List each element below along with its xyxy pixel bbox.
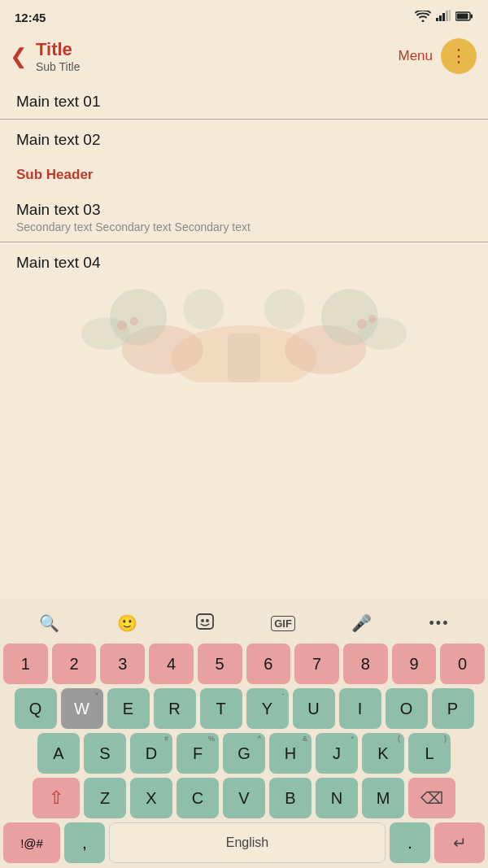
key-T[interactable]: T bbox=[200, 688, 242, 729]
shift-key[interactable]: ⇧ bbox=[33, 778, 80, 818]
kb-sticker-button[interactable] bbox=[185, 608, 224, 638]
key-R[interactable]: R bbox=[154, 688, 196, 729]
key-A[interactable]: A bbox=[37, 733, 80, 774]
keyboard-row-3: ⇧ Z X C V B N M ⌫ bbox=[3, 778, 485, 818]
key-H[interactable]: &H bbox=[269, 733, 312, 774]
app-bar: ❮ Title Sub Title Menu ⋮ bbox=[0, 31, 488, 81]
keyboard: 🔍 🙂 GIF 🎤 ••• bbox=[0, 600, 488, 868]
key-N[interactable]: N bbox=[316, 778, 358, 818]
comma-label: , bbox=[82, 835, 87, 851]
svg-point-13 bbox=[183, 289, 224, 329]
key-4[interactable]: 4 bbox=[149, 643, 194, 684]
search-icon: 🔍 bbox=[39, 613, 59, 633]
svg-point-10 bbox=[285, 325, 366, 374]
key-X[interactable]: X bbox=[130, 778, 172, 818]
backspace-icon: ⌫ bbox=[420, 788, 443, 808]
key-U[interactable]: U bbox=[293, 688, 335, 729]
key-G[interactable]: ^G bbox=[223, 733, 265, 774]
app-subtitle: Sub Title bbox=[36, 60, 398, 73]
enter-key[interactable]: ↵ bbox=[434, 822, 485, 863]
key-W[interactable]: ×W bbox=[61, 688, 103, 729]
kb-more-button[interactable]: ••• bbox=[420, 608, 459, 638]
list-item-4[interactable]: Main text 04 bbox=[0, 242, 488, 280]
back-button[interactable]: ❮ bbox=[7, 41, 36, 72]
svg-rect-3 bbox=[446, 11, 448, 21]
key-Y[interactable]: ‐Y bbox=[246, 688, 289, 729]
kb-voice-button[interactable]: 🎤 bbox=[342, 608, 381, 638]
svg-rect-22 bbox=[197, 614, 213, 629]
sticker-icon bbox=[195, 613, 215, 635]
list-item-1-main: Main text 01 bbox=[16, 93, 472, 111]
key-B[interactable]: B bbox=[269, 778, 312, 818]
sub-header-text: Sub Header bbox=[16, 167, 93, 182]
svg-point-11 bbox=[110, 289, 167, 346]
kb-emoji-button[interactable]: 🙂 bbox=[107, 608, 146, 638]
key-V[interactable]: V bbox=[223, 778, 265, 818]
status-time: 12:45 bbox=[15, 11, 46, 24]
svg-rect-4 bbox=[449, 10, 451, 21]
list-item-2[interactable]: Main text 02 bbox=[0, 120, 488, 157]
keyboard-toolbar: 🔍 🙂 GIF 🎤 ••• bbox=[0, 606, 488, 643]
key-P[interactable]: P bbox=[432, 688, 474, 729]
list-item-3-secondary: Secondary text Secondary text Secondary … bbox=[16, 220, 472, 233]
kb-search-button[interactable]: 🔍 bbox=[29, 608, 68, 638]
svg-point-20 bbox=[357, 319, 367, 329]
key-5[interactable]: 5 bbox=[198, 643, 242, 684]
list-item-1[interactable]: Main text 01 bbox=[0, 81, 488, 120]
key-Z[interactable]: Z bbox=[84, 778, 126, 818]
key-F[interactable]: %F bbox=[176, 733, 219, 774]
svg-point-23 bbox=[201, 619, 204, 622]
key-L[interactable]: )L bbox=[408, 733, 451, 774]
comma-key[interactable]: , bbox=[64, 822, 105, 863]
app-title: Title bbox=[36, 39, 398, 60]
key-8[interactable]: 8 bbox=[343, 643, 388, 684]
key-0[interactable]: 0 bbox=[440, 643, 485, 684]
shift-icon: ⇧ bbox=[49, 787, 63, 809]
svg-rect-1 bbox=[439, 15, 442, 21]
wifi-icon bbox=[415, 11, 431, 24]
more-icon: ••• bbox=[429, 615, 450, 632]
key-2[interactable]: 2 bbox=[52, 643, 97, 684]
more-options-button[interactable]: ⋮ bbox=[441, 38, 477, 74]
kb-gif-button[interactable]: GIF bbox=[264, 608, 303, 638]
period-key[interactable]: . bbox=[390, 822, 430, 863]
svg-rect-0 bbox=[436, 18, 438, 21]
key-M[interactable]: M bbox=[362, 778, 404, 818]
key-3[interactable]: 3 bbox=[100, 643, 145, 684]
key-Q[interactable]: Q bbox=[15, 688, 57, 729]
svg-point-21 bbox=[368, 315, 377, 323]
svg-point-24 bbox=[206, 619, 209, 622]
key-D[interactable]: #D bbox=[130, 733, 172, 774]
enter-icon: ↵ bbox=[453, 833, 467, 853]
key-6[interactable]: 6 bbox=[246, 643, 291, 684]
content-area: Main text 01 Main text 02 Sub Header Mai… bbox=[0, 81, 488, 382]
key-J[interactable]: *J bbox=[316, 733, 358, 774]
svg-rect-7 bbox=[457, 14, 468, 20]
keyboard-number-row: 1 2 3 4 5 6 7 8 9 0 bbox=[3, 643, 485, 684]
svg-point-17 bbox=[358, 317, 407, 350]
menu-label[interactable]: Menu bbox=[398, 48, 433, 64]
backspace-key[interactable]: ⌫ bbox=[408, 778, 455, 818]
svg-point-16 bbox=[81, 317, 130, 350]
period-label: . bbox=[407, 835, 412, 851]
key-I[interactable]: I bbox=[339, 688, 381, 729]
key-9[interactable]: 9 bbox=[392, 643, 437, 684]
list-item-2-main: Main text 02 bbox=[16, 131, 472, 149]
key-7[interactable]: 7 bbox=[294, 643, 339, 684]
svg-rect-15 bbox=[228, 334, 260, 382]
app-bar-right: Menu ⋮ bbox=[398, 38, 477, 74]
key-O[interactable]: O bbox=[386, 688, 428, 729]
key-S[interactable]: S bbox=[84, 733, 126, 774]
app-bar-titles: Title Sub Title bbox=[36, 39, 398, 73]
keyboard-row-2: A S #D %F ^G &H *J (K )L bbox=[3, 733, 485, 774]
emoji-icon: 🙂 bbox=[117, 613, 137, 633]
space-label: English bbox=[226, 836, 268, 849]
key-E[interactable]: E bbox=[107, 688, 150, 729]
key-K[interactable]: (K bbox=[362, 733, 404, 774]
svg-point-18 bbox=[117, 321, 127, 330]
list-item-3[interactable]: Main text 03 Secondary text Secondary te… bbox=[0, 190, 488, 242]
key-1[interactable]: 1 bbox=[3, 643, 48, 684]
symbols-key[interactable]: !@# bbox=[3, 822, 60, 863]
space-key[interactable]: English bbox=[109, 822, 386, 863]
key-C[interactable]: C bbox=[176, 778, 219, 818]
